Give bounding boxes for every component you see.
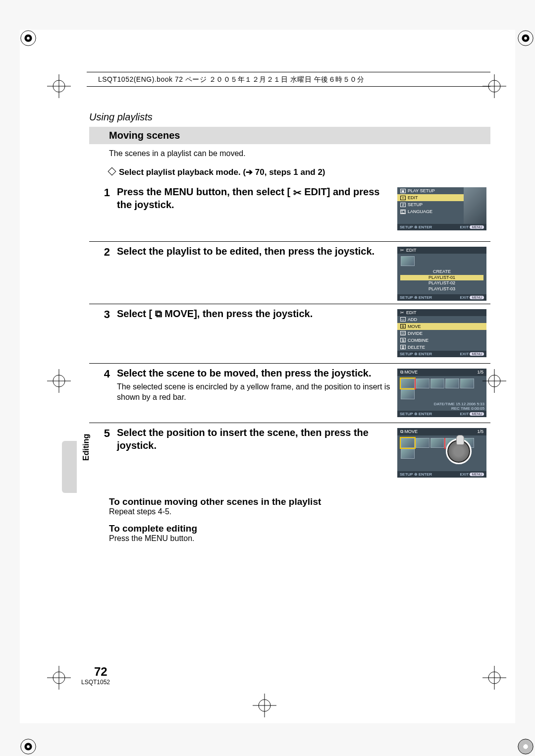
- footer-setup-enter: SETUP ⊕ ENTER: [400, 352, 432, 356]
- shot-body: CREATE PLAYLIST-01 PLAYLIST-02 PLAYLIST-…: [397, 254, 486, 294]
- step-number: 2: [89, 245, 117, 301]
- menu-row-setup: ⇵SETUP: [397, 201, 464, 208]
- step-5: 5 Select the position to insert the scen…: [89, 423, 490, 483]
- footer-exit: EXIT MENU: [460, 225, 484, 229]
- joystick-hand-icon: [446, 438, 472, 464]
- setup-icon: ⇵: [400, 203, 406, 207]
- move-icon: ⧉: [400, 324, 406, 328]
- footer-exit: EXIT MENU: [460, 472, 484, 477]
- registration-mark-icon: [253, 694, 276, 717]
- move-icon: ⧉: [155, 307, 162, 320]
- playlist-03: PLAYLIST-03: [400, 286, 483, 292]
- step-body: Select the scene to be moved, then press…: [117, 367, 397, 420]
- playlist-01: PLAYLIST-01: [400, 275, 483, 281]
- menu-shot-4: ⧉ MOVE 1/5 DATE/TIME 15.12.2006 5:33 REC…: [397, 369, 486, 417]
- edit-row-combine: ⧎COMBINE: [397, 337, 486, 344]
- step-body: Select the playlist to be edited, then p…: [117, 245, 397, 301]
- shot-footer: SETUP ⊕ ENTER EXIT MENU: [397, 471, 486, 478]
- registration-mark-icon: [47, 666, 71, 690]
- prelim-line: Select playlist playback mode. (➔ 70, st…: [89, 167, 490, 177]
- menu-row-language: 🄻LANGUAGE: [397, 208, 464, 215]
- doc-code: LSQT1052: [81, 679, 110, 686]
- shot-body: [397, 376, 486, 402]
- step-4: 4 Select the scene to be moved, then pre…: [89, 364, 490, 423]
- move-icon: ⧉: [400, 370, 403, 375]
- add-icon: ▭: [400, 317, 406, 322]
- combine-icon: ⧎: [400, 338, 406, 342]
- date-time-line: DATE/TIME 15.12.2006 5:33: [397, 402, 486, 406]
- shot-footer: SETUP ⊕ ENTER EXIT MENU: [397, 351, 486, 357]
- intro-text: The scenes in a playlist can be moved.: [89, 149, 490, 158]
- divide-icon: ▯▯: [400, 331, 406, 335]
- footer-exit: EXIT MENU: [460, 295, 484, 300]
- header-rule-top: [87, 72, 490, 72]
- shot-footer: SETUP ⊕ ENTER EXIT MENU: [397, 224, 486, 230]
- step-title-post: MOVE], then press the joystick.: [162, 308, 313, 319]
- step-screenshot: ⧉ MOVE 1/5 SETUP ⊕ ENTER EXIT MENU: [397, 426, 490, 480]
- step-screenshot: ⧉ MOVE 1/5 DATE/TIME 15.12.2006 5:33 REC…: [397, 367, 490, 420]
- svg-point-10: [523, 744, 528, 749]
- content-area: Using playlists Moving scenes The scenes…: [89, 111, 490, 546]
- playlist-create: CREATE: [400, 269, 483, 275]
- step-screenshot: ✂EDIT ▭ADD ⧉MOVE ▯▯DIVIDE ⧎COMBINE 🗑DELE…: [397, 307, 490, 360]
- step-number: 1: [89, 185, 117, 238]
- tail-heading-complete: To complete editing: [109, 523, 490, 534]
- delete-icon: 🗑: [400, 345, 406, 349]
- scene-thumb-selected: [401, 438, 415, 448]
- step-title: Select [ ⧉ MOVE], then press the joystic…: [117, 307, 393, 320]
- language-icon: 🄻: [400, 210, 406, 214]
- step-number: 5: [89, 426, 117, 480]
- crop-mark-icon: [516, 737, 535, 756]
- rec-time-line: REC TIME 0:00:05: [397, 406, 486, 411]
- step-title: Select the scene to be moved, then press…: [117, 367, 393, 379]
- section-title: Moving scenes: [89, 127, 490, 144]
- scene-thumb-selected: [401, 378, 415, 388]
- preview-thumb: [464, 187, 486, 224]
- shot-title-bar: ✂EDIT: [397, 309, 486, 316]
- crop-mark-icon: [516, 29, 535, 48]
- footer-setup-enter: SETUP ⊕ ENTER: [400, 472, 432, 477]
- svg-point-2: [27, 37, 30, 40]
- step-3: 3 Select [ ⧉ MOVE], then press the joyst…: [89, 304, 490, 364]
- menu-row-play-setup: ▣PLAY SETUP: [397, 187, 464, 194]
- step-title: Select the position to insert the scene,…: [117, 426, 393, 452]
- thumb-grid: [400, 378, 483, 400]
- prelim-text: Select playlist playback mode. (: [119, 167, 246, 177]
- menu-shot-1: ▣PLAY SETUP ✂EDIT ⇵SETUP 🄻LANGUAGE SETUP…: [397, 187, 486, 230]
- step-2: 2 Select the playlist to be edited, then…: [89, 242, 490, 304]
- crop-mark-icon: [19, 29, 38, 48]
- step-title: Select the playlist to be edited, then p…: [117, 245, 393, 258]
- playlist-02: PLAYLIST-02: [400, 280, 483, 286]
- scene-thumb: [401, 389, 415, 399]
- crop-mark-icon: [19, 737, 38, 756]
- scene-thumb: [416, 438, 429, 448]
- step-title: Press the MENU button, then select [ ✂ E…: [117, 185, 393, 211]
- header-rule-bottom: [87, 86, 490, 87]
- menu-row-edit: ✂EDIT: [397, 194, 464, 201]
- tail-body-continue: Repeat steps 4-5.: [109, 507, 490, 516]
- counter: 1/5: [477, 429, 483, 434]
- step-screenshot: ▣PLAY SETUP ✂EDIT ⇵SETUP 🄻LANGUAGE SETUP…: [397, 185, 490, 238]
- play-setup-icon: ▣: [400, 189, 406, 193]
- edit-row-move: ⧉MOVE: [397, 323, 486, 330]
- scene-thumb: [430, 378, 444, 388]
- edit-row-add: ▭ADD: [397, 316, 486, 323]
- side-tab: [62, 441, 77, 493]
- shot-footer: SETUP ⊕ ENTER EXIT MENU: [397, 294, 486, 301]
- shot-title-bar: ✂EDIT: [397, 247, 486, 254]
- shot-title-bar: ⧉ MOVE 1/5: [397, 428, 486, 435]
- scissors-icon: ✂: [293, 186, 302, 199]
- step-body: Select the position to insert the scene,…: [117, 426, 397, 480]
- registration-mark-icon: [482, 369, 506, 393]
- shot-body: [397, 435, 486, 471]
- footer-exit: EXIT MENU: [460, 352, 484, 356]
- scene-thumb: [445, 378, 459, 388]
- footer-setup-enter: SETUP ⊕ ENTER: [400, 295, 432, 300]
- scissors-icon: ✂: [400, 310, 404, 315]
- header-meta: LSQT1052(ENG).book 72 ページ ２００５年１２月２１日 水曜…: [98, 75, 364, 84]
- step-body: Press the MENU button, then select [ ✂ E…: [117, 185, 397, 238]
- diamond-icon: [108, 167, 116, 176]
- shot-title-bar: ⧉ MOVE 1/5: [397, 369, 486, 376]
- tail-section: To continue moving other scenes in the p…: [89, 496, 490, 543]
- menu-shot-3: ✂EDIT ▭ADD ⧉MOVE ▯▯DIVIDE ⧎COMBINE 🗑DELE…: [397, 309, 486, 357]
